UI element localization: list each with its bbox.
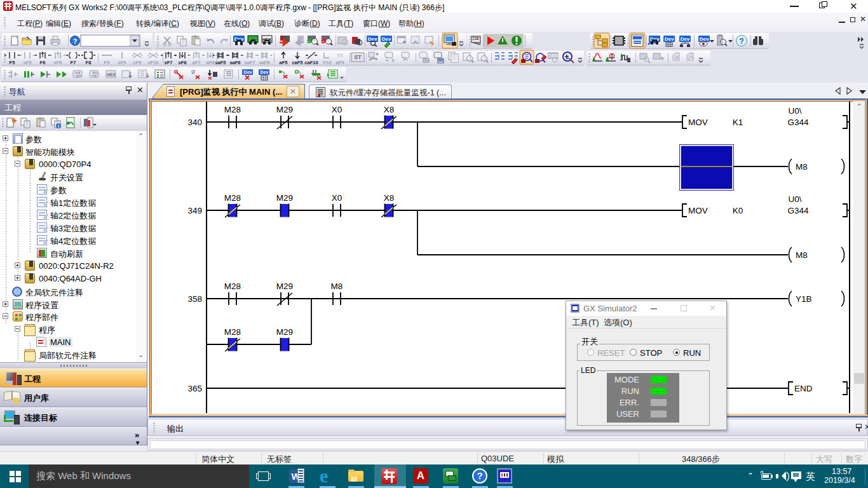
svg-text:M29: M29 <box>276 281 293 291</box>
svg-text:F7: F7 <box>71 60 76 65</box>
svg-text:Dev: Dev <box>382 36 391 42</box>
svg-text:TX: TX <box>337 53 344 58</box>
svg-text:M28: M28 <box>224 327 241 337</box>
svg-text:aF8: aF8 <box>207 60 215 65</box>
svg-text:X0: X0 <box>332 105 342 114</box>
svg-text:F9: F9 <box>104 60 110 65</box>
svg-text:M28: M28 <box>224 105 241 114</box>
svg-text:M8: M8 <box>796 250 808 260</box>
svg-text:G344: G344 <box>787 206 809 215</box>
svg-text:sF5: sF5 <box>24 60 32 65</box>
svg-text:sF7: sF7 <box>165 60 173 65</box>
svg-text:Dev: Dev <box>261 70 269 74</box>
svg-text:G344: G344 <box>787 118 809 127</box>
svg-text:saF7: saF7 <box>244 60 255 65</box>
svg-text:aF9: aF9 <box>336 60 344 65</box>
svg-text:caF5: caF5 <box>292 60 302 65</box>
svg-text:aF5: aF5 <box>280 60 288 65</box>
svg-text:365: 365 <box>187 384 202 393</box>
svg-text:END: END <box>794 384 813 393</box>
svg-text:F10: F10 <box>323 60 332 65</box>
svg-text:A: A <box>675 55 679 60</box>
svg-text:F8: F8 <box>86 60 92 65</box>
svg-text:M28: M28 <box>224 193 241 203</box>
svg-text:U0\: U0\ <box>788 106 801 116</box>
svg-text:HEX: HEX <box>107 72 116 77</box>
svg-text:349: 349 <box>187 206 202 215</box>
svg-text:X8: X8 <box>384 193 395 203</box>
svg-text:MOV: MOV <box>688 118 708 127</box>
svg-text:340: 340 <box>187 118 202 127</box>
svg-text:Dev: Dev <box>665 36 674 42</box>
svg-text:i: i <box>58 124 59 128</box>
svg-text:Dev: Dev <box>681 36 690 42</box>
svg-text:358: 358 <box>187 294 202 304</box>
svg-text:M29: M29 <box>276 105 293 114</box>
svg-text:DBN: DBN <box>548 53 558 58</box>
svg-text:M8: M8 <box>331 281 343 291</box>
svg-text:saF6: saF6 <box>229 60 240 65</box>
svg-text:U0\: U0\ <box>788 194 801 204</box>
svg-text:Dev: Dev <box>244 70 252 74</box>
svg-text:saF8: saF8 <box>259 60 269 65</box>
svg-text:K0: K0 <box>733 206 743 215</box>
svg-text:K1: K1 <box>733 118 743 127</box>
svg-text:caF10: caF10 <box>304 60 318 65</box>
svg-text:Dev: Dev <box>700 36 709 42</box>
svg-text:Y1B: Y1B <box>796 294 812 304</box>
svg-text:X8: X8 <box>384 105 395 114</box>
svg-text:F6: F6 <box>40 60 46 65</box>
svg-text:cF9: cF9 <box>133 60 142 65</box>
svg-text:?: ? <box>73 37 78 45</box>
svg-text:X0: X0 <box>332 193 342 203</box>
svg-text:?: ? <box>739 37 743 46</box>
svg-text:cF10: cF10 <box>147 60 158 65</box>
svg-text:M28: M28 <box>224 281 241 291</box>
svg-text:M8: M8 <box>796 162 808 172</box>
svg-text:M29: M29 <box>276 193 293 203</box>
svg-text:M29: M29 <box>276 327 293 337</box>
svg-text:sF6: sF6 <box>54 60 62 65</box>
svg-text:sF8: sF8 <box>179 60 187 65</box>
svg-text:MOV: MOV <box>688 206 708 215</box>
svg-text:ST: ST <box>354 54 362 60</box>
svg-text:F5: F5 <box>10 60 15 65</box>
svg-text:sF9: sF9 <box>118 60 126 65</box>
svg-text:aF7: aF7 <box>193 60 201 65</box>
